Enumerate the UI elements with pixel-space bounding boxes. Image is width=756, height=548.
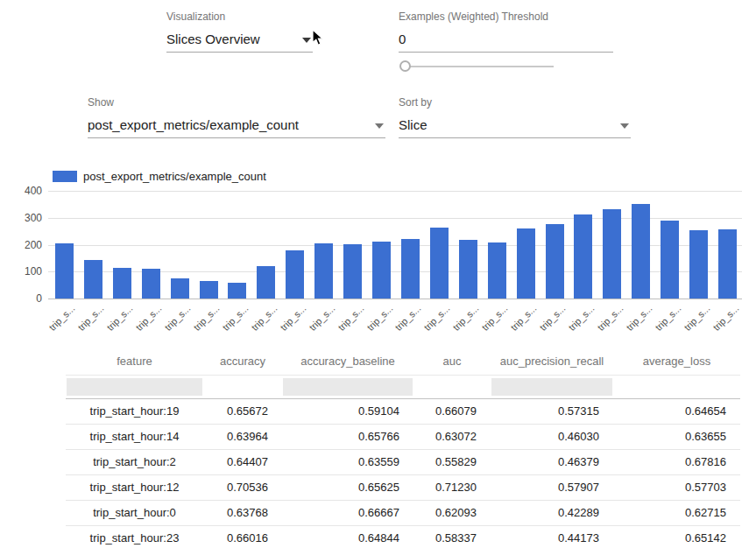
chevron-down-icon [375,123,384,129]
metrics-table-grid: featureaccuracyaccuracy_baselineaucauc_p… [66,348,740,548]
bar[interactable] [574,214,592,299]
bar[interactable] [517,228,535,299]
sortby-dropdown[interactable]: Slice [399,114,631,138]
y-axis-tick-label: 300 [0,212,42,224]
table-row[interactable]: trip_start_hour:00.637680.666670.620930.… [66,500,740,525]
slider-thumb[interactable] [399,60,411,72]
x-axis-tick-label: trip_s... [523,303,568,348]
x-axis-tick-label: trip_s... [90,303,135,348]
table-row[interactable]: trip_start_hour:140.639640.657660.630720… [66,424,740,449]
threshold-label: Examples (Weighted) Threshold [399,11,613,23]
bar[interactable] [488,242,506,299]
metric-cell: 0.55829 [413,449,491,474]
legend-label: post_export_metrics/example_count [83,170,266,183]
bar[interactable] [603,209,621,299]
column-header[interactable]: auc [413,348,491,375]
bar[interactable] [459,240,477,299]
metric-cell: 0.42289 [491,500,613,525]
metric-cell: 0.65672 [203,398,282,424]
table-row[interactable]: trip_start_hour:190.656720.591040.660790… [66,398,740,424]
metric-cell: 0.66079 [413,398,491,424]
sortby-label: Sort by [399,96,631,109]
bar[interactable] [689,230,708,299]
y-axis-tick-label: 0 [0,292,42,305]
x-axis-tick-label: trip_s... [206,303,251,348]
bar[interactable] [257,266,275,299]
bar[interactable] [401,239,420,299]
x-axis-tick-label: trip_s... [148,303,193,348]
table-row[interactable]: trip_start_hour:20.644070.635590.558290.… [66,449,740,474]
filter-cell [613,375,740,398]
filter-row [66,375,740,398]
bar[interactable] [55,243,74,299]
table-row[interactable]: trip_start_hour:120.705360.656250.712300… [66,474,740,500]
threshold-input[interactable]: 0 [399,28,613,53]
bar[interactable] [430,228,449,299]
metric-cell: 0.58337 [413,525,491,548]
metric-cell: 0.64654 [613,398,740,424]
bar[interactable] [718,229,737,299]
x-axis-tick-label: trip_s... [61,303,106,348]
visualization-control: Visualization Slices Overview [166,11,313,53]
bar[interactable] [286,250,304,299]
show-label: Show [88,96,385,109]
x-axis-tick-label: trip_s... [436,303,481,348]
table-row[interactable]: trip_start_hour:230.660160.648440.583370… [66,525,740,548]
bar[interactable] [372,242,391,299]
y-gridline [48,299,742,299]
x-axis-tick-label: trip_s... [494,303,539,348]
bar[interactable] [84,260,102,299]
feature-cell: trip_start_hour:23 [66,525,203,548]
visualization-dropdown[interactable]: Slices Overview [166,28,313,53]
column-header[interactable]: feature [66,348,203,375]
metric-cell: 0.67816 [613,449,740,474]
bar[interactable] [113,268,131,299]
feature-cell: trip_start_hour:14 [66,424,203,449]
x-axis-tick-label: trip_s... [321,303,365,348]
bar[interactable] [228,283,246,299]
x-axis-tick-label: trip_s... [407,303,452,348]
filter-cell [413,375,491,398]
chevron-down-icon [302,38,311,43]
x-axis-tick-label: trip_s... [234,303,279,348]
column-header[interactable]: accuracy_baseline [282,348,413,375]
metric-cell: 0.57315 [491,398,613,424]
x-axis-tick-label: trip_s... [263,303,307,348]
filter-cell [66,375,203,398]
metric-cell: 0.71230 [413,474,491,500]
bar[interactable] [171,278,189,299]
feature-cell: trip_start_hour:0 [66,500,203,525]
visualization-dropdown-value: Slices Overview [166,32,260,46]
threshold-slider[interactable] [401,60,554,73]
bar[interactable] [661,221,679,299]
bar[interactable] [632,204,650,299]
bar[interactable] [200,281,218,299]
slicing-metrics-browser: Visualization Slices Overview Examples (… [0,0,756,548]
bar[interactable] [314,243,333,299]
metric-cell: 0.63964 [203,424,282,449]
chevron-down-icon [620,123,629,129]
column-header[interactable]: average_loss [613,348,740,375]
filter-input[interactable] [491,378,612,396]
bar[interactable] [142,269,160,299]
bar[interactable] [546,224,564,299]
bar[interactable] [343,244,362,299]
mouse-cursor-icon [312,29,326,50]
table-body: trip_start_hour:190.656720.591040.660790… [66,375,740,548]
y-axis-tick-label: 400 [0,185,42,197]
column-header[interactable]: auc_precision_recall [491,348,613,375]
filter-cell [491,375,613,398]
slider-track[interactable] [401,66,554,67]
filter-input[interactable] [67,378,202,396]
x-axis-tick-label: trip_s... [177,303,222,348]
metric-cell: 0.63768 [203,500,282,525]
show-dropdown[interactable]: post_export_metrics/example_count [88,114,385,138]
x-axis-tick-label: trip_s... [32,303,77,348]
column-header[interactable]: accuracy [203,348,282,375]
show-dropdown-value: post_export_metrics/example_count [88,117,299,132]
x-axis-tick-label: trip_s... [667,303,711,348]
x-axis-tick-label: trip_s... [378,303,423,348]
metric-cell: 0.57703 [613,474,740,500]
x-axis-tick-label: trip_s... [609,303,654,348]
filter-input[interactable] [283,378,413,396]
